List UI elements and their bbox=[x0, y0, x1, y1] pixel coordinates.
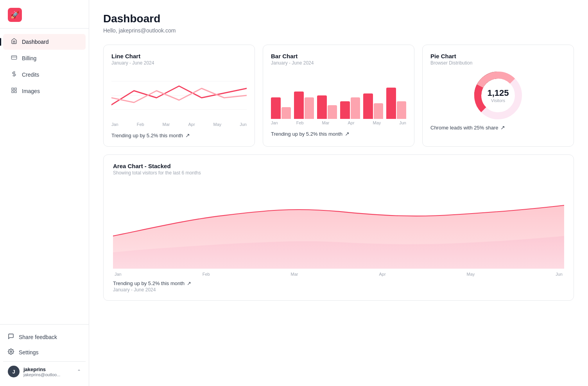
sidebar-item-dashboard-label: Dashboard bbox=[22, 39, 49, 45]
charts-top-row: Line Chart January - June 2024 Jan Feb M… bbox=[103, 45, 574, 147]
user-email: jakeprins@outloo... bbox=[23, 372, 73, 377]
logo-icon: 🚀 bbox=[8, 8, 22, 22]
svg-point-7 bbox=[10, 351, 12, 352]
user-info: jakeprins jakeprins@outloo... bbox=[23, 366, 73, 377]
main-content: Dashboard Hello, jakeprins@outlook.com L… bbox=[89, 0, 588, 386]
bar-may-dark bbox=[363, 93, 373, 119]
trend-up-icon-2: ↗ bbox=[345, 131, 350, 137]
pie-chart-container: 1,125 Visitors bbox=[430, 72, 566, 119]
bar-chart-footer: Trending up by 5.2% this month ↗ bbox=[271, 131, 406, 137]
pie-chart-card: Pie Chart Browser Distribution bbox=[422, 45, 574, 147]
bar-jan-light bbox=[281, 107, 291, 119]
visitors-count: 1,125 bbox=[487, 88, 509, 98]
area-chart-axis: Jan Feb Mar Apr May Jun bbox=[113, 272, 564, 276]
bar-chart-card: Bar Chart January - June 2024 bbox=[263, 45, 414, 147]
bar-chart-area bbox=[271, 72, 406, 119]
sidebar-item-credits[interactable]: Credits bbox=[3, 67, 86, 83]
billing-icon bbox=[11, 54, 17, 62]
bar-group-feb bbox=[294, 92, 314, 119]
bar-chart-subtitle: January - June 2024 bbox=[271, 60, 406, 66]
bar-may-light bbox=[374, 103, 384, 119]
bar-mar-dark bbox=[317, 95, 327, 119]
bar-jun-dark bbox=[386, 88, 396, 119]
share-feedback-label: Share feedback bbox=[19, 334, 57, 340]
bar-group-jan bbox=[271, 97, 291, 119]
svg-rect-5 bbox=[14, 91, 16, 93]
bar-chart-axis: Jan Feb Mar Apr May Jun bbox=[271, 120, 406, 125]
settings-button[interactable]: Settings bbox=[3, 345, 86, 360]
trend-up-icon-3: ↗ bbox=[500, 124, 505, 131]
bar-mar-light bbox=[328, 105, 337, 119]
line-chart-footer: Trending up by 5.2% this month ↗ bbox=[111, 132, 247, 138]
pie-chart-wrap: 1,125 Visitors bbox=[471, 68, 525, 123]
sidebar-nav: Dashboard Billing Credits Images bbox=[0, 29, 89, 324]
pie-chart-title: Pie Chart bbox=[430, 53, 566, 59]
credits-icon bbox=[11, 71, 17, 79]
line-chart-svg bbox=[111, 72, 247, 119]
trend-up-icon: ↗ bbox=[185, 132, 190, 138]
home-icon bbox=[11, 38, 17, 46]
share-feedback-button[interactable]: Share feedback bbox=[3, 329, 86, 345]
sidebar-logo: 🚀 bbox=[0, 0, 89, 29]
sidebar-item-billing[interactable]: Billing bbox=[3, 50, 86, 66]
line-chart-subtitle: January - June 2024 bbox=[111, 60, 247, 66]
bar-group-mar bbox=[317, 95, 337, 119]
svg-rect-6 bbox=[12, 91, 14, 93]
pie-chart-footer: Chrome leads with 25% share ↗ bbox=[430, 124, 566, 131]
sidebar-item-credits-label: Credits bbox=[22, 72, 39, 78]
line-chart-card: Line Chart January - June 2024 Jan Feb M… bbox=[103, 45, 255, 147]
line-chart-axis: Jan Feb Mar Apr May Jun bbox=[111, 122, 247, 127]
bar-feb-dark bbox=[294, 92, 304, 119]
sidebar-item-images[interactable]: Images bbox=[3, 83, 86, 99]
user-name: jakeprins bbox=[23, 366, 73, 372]
page-title: Dashboard bbox=[103, 13, 574, 25]
bar-jan-dark bbox=[271, 97, 281, 119]
line-chart-title: Line Chart bbox=[111, 53, 247, 59]
bar-feb-light bbox=[305, 97, 314, 119]
settings-icon bbox=[8, 348, 14, 356]
bar-group-apr bbox=[340, 97, 360, 119]
sidebar: 🚀 Dashboard Billing Credits Images bbox=[0, 0, 89, 386]
svg-rect-0 bbox=[11, 56, 16, 59]
settings-label: Settings bbox=[19, 349, 39, 355]
chevron-up-icon: ⌃ bbox=[77, 369, 81, 374]
bar-chart-title: Bar Chart bbox=[271, 53, 406, 59]
visitors-label: Visitors bbox=[487, 98, 509, 103]
trend-up-icon-4: ↗ bbox=[187, 280, 191, 286]
bar-apr-light bbox=[351, 97, 360, 119]
area-chart-svg bbox=[113, 179, 564, 269]
area-chart-title: Area Chart - Stacked bbox=[113, 163, 564, 169]
bar-group-jun bbox=[386, 88, 406, 119]
avatar: J bbox=[8, 366, 20, 377]
images-icon bbox=[11, 87, 17, 95]
sidebar-item-images-label: Images bbox=[22, 88, 40, 94]
svg-rect-4 bbox=[14, 88, 16, 90]
pie-chart-subtitle: Browser Distribution bbox=[430, 60, 566, 66]
bar-jun-light bbox=[397, 101, 407, 119]
pie-center: 1,125 Visitors bbox=[487, 88, 509, 103]
bar-apr-dark bbox=[340, 101, 350, 119]
area-chart-subtitle: Showing total visitors for the last 6 mo… bbox=[113, 170, 564, 176]
svg-rect-3 bbox=[12, 88, 14, 90]
area-chart-date-range: January - June 2024 bbox=[113, 287, 564, 293]
sidebar-item-dashboard[interactable]: Dashboard bbox=[3, 34, 86, 50]
area-chart-card: Area Chart - Stacked Showing total visit… bbox=[103, 154, 574, 301]
bar-group-may bbox=[363, 93, 383, 119]
feedback-icon bbox=[8, 333, 14, 341]
greeting-text: Hello, jakeprins@outlook.com bbox=[103, 27, 574, 34]
sidebar-item-billing-label: Billing bbox=[22, 55, 36, 61]
user-section[interactable]: J jakeprins jakeprins@outloo... ⌃ bbox=[3, 361, 86, 381]
sidebar-bottom: Share feedback Settings J jakeprins jake… bbox=[0, 324, 89, 386]
area-chart-footer: Trending up by 5.2% this month ↗ January… bbox=[113, 280, 564, 293]
